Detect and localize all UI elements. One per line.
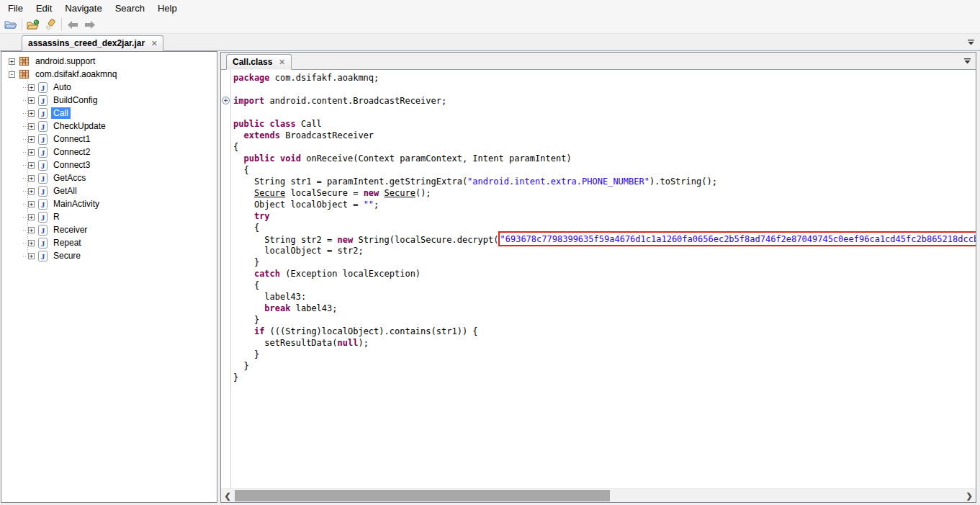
java-class-icon: J [38, 82, 48, 93]
class-file-tab[interactable]: Call.class × [226, 54, 292, 70]
tree-item-repeat[interactable]: +JRepeat [1, 236, 217, 249]
menu-search[interactable]: Search [109, 1, 151, 15]
package-icon [19, 69, 30, 79]
tree-item-connect2[interactable]: +JConnect2 [1, 146, 217, 158]
code-line: } [233, 256, 976, 268]
java-class-icon: J [38, 173, 48, 184]
expand-toggle-icon[interactable]: + [28, 188, 35, 195]
expand-toggle-icon[interactable]: + [28, 240, 35, 246]
code-line: Secure localSecure = new Secure(); [233, 187, 976, 199]
menu-file[interactable]: File [1, 1, 30, 15]
source-code: package com.dsifakf.aoakmnq;import andro… [231, 70, 976, 488]
tree-item-com-dsifakf-aoakmnq[interactable]: -com.dsifakf.aoakmnq [1, 68, 217, 81]
toolbar [0, 16, 980, 34]
search-icon [45, 19, 57, 30]
scroll-right-button[interactable]: ❯ [963, 489, 976, 502]
code-line: package com.dsifakf.aoakmnq; [233, 72, 976, 84]
menu-help[interactable]: Help [151, 1, 184, 15]
tab-overflow-button[interactable] [965, 37, 976, 48]
tree-item-label: BuildConfig [51, 94, 99, 106]
code-line: if (((String)localObject).contains(str1)… [233, 326, 976, 337]
jar-tab-label: assassins_creed_dex2jar.jar [28, 38, 145, 48]
expand-toggle-icon[interactable]: + [28, 253, 35, 259]
tree-item-secure[interactable]: +JSecure [1, 249, 217, 262]
svg-text:J: J [41, 238, 45, 247]
fold-expand-icon[interactable]: + [222, 97, 230, 104]
editor-tab-bar: Call.class × [221, 53, 976, 70]
back-icon [67, 20, 78, 30]
package-tree: +android.support-com.dsifakf.aoakmnq+JAu… [1, 52, 217, 262]
expand-toggle-icon[interactable]: + [28, 84, 35, 91]
tab-overflow-button[interactable] [961, 55, 973, 66]
expand-toggle-icon[interactable]: + [9, 58, 15, 65]
tree-item-auto[interactable]: +JAuto [1, 81, 217, 94]
tree-item-getaccs[interactable]: +JGetAccs [1, 171, 217, 184]
close-icon[interactable]: × [279, 58, 284, 66]
tree-item-connect1[interactable]: +JConnect1 [1, 133, 217, 146]
expand-toggle-icon[interactable]: + [28, 214, 35, 220]
tree-item-buildconfig[interactable]: +JBuildConfig [1, 94, 217, 107]
jar-tab-bar: assassins_creed_dex2jar.jar × [0, 34, 980, 51]
scroll-left-button[interactable]: ❮ [221, 489, 234, 502]
expand-toggle-icon[interactable]: - [9, 71, 15, 78]
tree-item-mainactivity[interactable]: +JMainActivity [1, 197, 217, 210]
tree-item-label: Connect1 [51, 133, 92, 145]
expand-toggle-icon[interactable]: + [28, 175, 35, 182]
menu-edit[interactable]: Edit [30, 1, 58, 15]
type-link[interactable]: Secure [254, 188, 285, 198]
code-line: public void onReceive(Context paramConte… [233, 153, 976, 164]
back-button[interactable] [64, 17, 81, 32]
code-line: String str1 = paramIntent.getStringExtra… [233, 176, 976, 187]
tree-item-label: Connect3 [51, 159, 92, 171]
expand-toggle-icon[interactable]: + [28, 149, 35, 156]
tree-item-label: Auto [51, 81, 73, 93]
tree-item-r[interactable]: +JR [1, 210, 217, 223]
svg-text:J: J [41, 213, 45, 221]
menu-navigate[interactable]: Navigate [58, 1, 108, 15]
java-class-icon: J [38, 251, 48, 262]
svg-text:J: J [41, 174, 45, 182]
tree-connector [23, 230, 27, 231]
code-line: { [233, 141, 976, 153]
code-line: extends BroadcastReceiver [233, 130, 976, 141]
jar-file-tab[interactable]: assassins_creed_dex2jar.jar × [22, 35, 163, 51]
expand-toggle-icon[interactable]: + [28, 201, 35, 207]
tree-item-android-support[interactable]: +android.support [1, 55, 217, 68]
java-class-icon: J [38, 147, 48, 158]
svg-text:J: J [41, 200, 45, 208]
expand-toggle-icon[interactable]: + [28, 162, 35, 169]
encrypted-hex-string: "693678c7798399635f59a4676d1c1a1260fa065… [500, 233, 976, 245]
expand-toggle-icon[interactable]: + [28, 227, 35, 233]
code-line: { [233, 280, 976, 291]
java-class-icon: J [38, 212, 48, 223]
tree-item-checkupdate[interactable]: +JCheckUpdate [1, 120, 217, 133]
scrollbar-track[interactable] [234, 489, 963, 502]
java-class-icon: J [38, 199, 48, 210]
svg-text:J: J [41, 122, 45, 130]
tree-item-call[interactable]: +JCall [1, 107, 217, 120]
java-class-icon: J [38, 225, 48, 236]
open-type-button[interactable] [24, 17, 42, 32]
tree-item-receiver[interactable]: +JReceiver [1, 223, 217, 236]
scrollbar-thumb[interactable] [235, 490, 610, 501]
tree-item-connect3[interactable]: +JConnect3 [1, 158, 217, 171]
tree-item-getall[interactable]: +JGetAll [1, 184, 217, 197]
tree-connector [23, 152, 27, 153]
tree-connector [23, 126, 27, 127]
forward-icon [84, 20, 96, 30]
search-button[interactable] [42, 17, 59, 32]
close-icon[interactable]: × [151, 40, 157, 47]
package-tree-panel: +android.support-com.dsifakf.aoakmnq+JAu… [1, 51, 217, 503]
type-link[interactable]: Secure [385, 188, 415, 198]
open-file-button[interactable] [2, 17, 19, 32]
forward-button[interactable] [81, 17, 99, 32]
open-file-icon [4, 19, 17, 30]
package-icon [19, 56, 30, 66]
tree-connector [23, 100, 27, 101]
expand-toggle-icon[interactable]: + [28, 97, 35, 104]
expand-toggle-icon[interactable]: + [28, 123, 35, 130]
menu-bar: File Edit Navigate Search Help [0, 0, 980, 16]
tree-connector [23, 243, 27, 243]
expand-toggle-icon[interactable]: + [28, 136, 35, 143]
expand-toggle-icon[interactable]: + [28, 110, 35, 117]
